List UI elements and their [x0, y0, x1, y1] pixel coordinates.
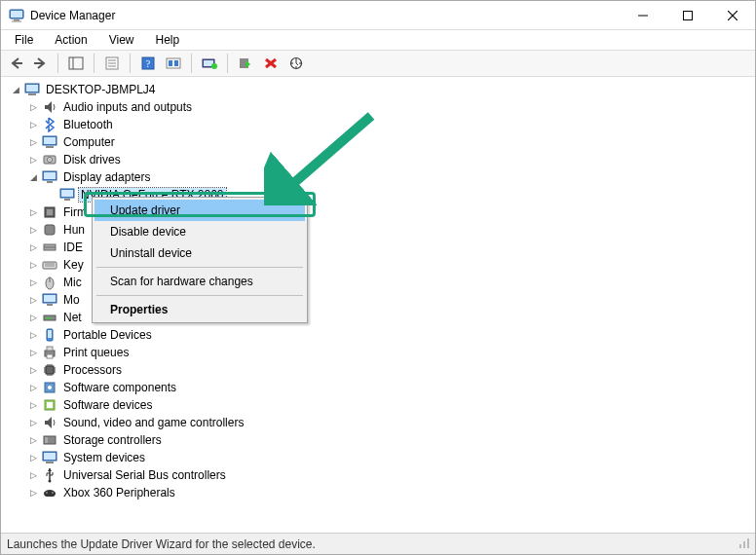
context-menu-scan[interactable]: Scan for hardware changes	[94, 271, 305, 292]
storage-icon	[42, 432, 57, 448]
tree-root-row[interactable]: ◢ DESKTOP-JBMPLJ4	[7, 81, 755, 98]
tree-category-row[interactable]: ▷Bluetooth	[24, 116, 755, 133]
uninstall-device-button[interactable]	[259, 53, 283, 74]
system-icon	[42, 450, 57, 465]
back-button[interactable]	[5, 53, 28, 74]
disk-icon	[42, 152, 57, 167]
svg-rect-20	[174, 60, 178, 66]
maximize-button[interactable]	[665, 1, 710, 30]
svg-rect-10	[69, 57, 83, 69]
svg-rect-64	[46, 366, 54, 374]
enable-device-button[interactable]	[234, 53, 257, 74]
svg-rect-68	[47, 402, 53, 408]
chevron-right-icon[interactable]: ▷	[26, 398, 40, 412]
svg-point-76	[52, 492, 54, 494]
context-menu-update-driver[interactable]: Update driver	[94, 200, 305, 221]
svg-rect-72	[44, 453, 56, 460]
tree-category-label: Hun	[61, 223, 87, 237]
forward-button[interactable]	[28, 53, 52, 74]
svg-point-66	[48, 386, 52, 389]
tree-category-label: Computer	[61, 135, 117, 149]
portable-icon	[42, 327, 57, 343]
show-hide-console-tree-button[interactable]	[64, 53, 88, 74]
context-menu-disable-device[interactable]: Disable device	[94, 221, 305, 242]
minimize-button[interactable]	[621, 1, 665, 30]
chevron-right-icon[interactable]: ▷	[26, 468, 40, 482]
network-icon	[42, 310, 57, 325]
svg-text:?: ?	[146, 58, 151, 69]
chevron-right-icon[interactable]: ▷	[26, 118, 40, 131]
svg-rect-62	[47, 347, 53, 351]
printer-icon	[42, 345, 57, 360]
tree-category-row[interactable]: ◢Display adapters	[24, 168, 755, 186]
tree-category-row[interactable]: ▷Portable Devices	[24, 326, 755, 344]
chevron-right-icon[interactable]: ▷	[26, 153, 40, 166]
tree-category-row[interactable]: ▷Computer	[24, 133, 755, 151]
svg-rect-73	[46, 462, 54, 463]
chevron-right-icon[interactable]: ▷	[26, 328, 40, 342]
tree-category-row[interactable]: ▷Universal Serial Bus controllers	[24, 466, 755, 484]
svg-rect-57	[46, 317, 48, 319]
tree-category-row[interactable]: ▷Processors	[24, 361, 755, 379]
menubar: File Action View Help	[1, 30, 755, 50]
close-button[interactable]	[710, 1, 755, 30]
svg-point-23	[211, 63, 217, 69]
chevron-right-icon[interactable]: ▷	[26, 451, 40, 464]
update-driver-toolbar-button[interactable]	[198, 53, 221, 74]
device-tree-area[interactable]: ◢ DESKTOP-JBMPLJ4 ▷Audio inputs and outp…	[1, 77, 755, 533]
display-icon	[42, 169, 57, 185]
chevron-right-icon[interactable]: ▷	[26, 240, 40, 254]
svg-point-36	[49, 159, 50, 160]
tree-category-row[interactable]: ▷Software components	[24, 379, 755, 396]
menu-action[interactable]: Action	[45, 32, 96, 48]
tree-category-label: Display adapters	[61, 170, 152, 184]
chevron-right-icon[interactable]: ▷	[26, 311, 40, 324]
chevron-right-icon[interactable]: ▷	[26, 258, 40, 272]
svg-rect-44	[47, 209, 53, 215]
tree-category-row[interactable]: ▷Print queues	[24, 344, 755, 361]
svg-rect-63	[47, 354, 53, 358]
chevron-right-icon[interactable]: ▷	[26, 223, 40, 237]
menu-file[interactable]: File	[5, 32, 43, 48]
tree-category-label: Disk drives	[61, 153, 123, 166]
chevron-right-icon[interactable]: ▷	[26, 205, 40, 219]
tree-category-row[interactable]: ▷Audio inputs and outputs	[24, 98, 755, 116]
chevron-right-icon[interactable]: ▷	[26, 135, 40, 149]
tree-category-label: IDE	[61, 240, 85, 254]
tree-category-label: Storage controllers	[61, 433, 164, 447]
chevron-right-icon[interactable]: ▷	[26, 416, 40, 429]
menu-help[interactable]: Help	[146, 32, 190, 48]
chevron-right-icon[interactable]: ▷	[26, 346, 40, 359]
tree-category-row[interactable]: ▷Software devices	[24, 396, 755, 414]
chevron-right-icon[interactable]: ▷	[26, 433, 40, 447]
tree-category-row[interactable]: ▷Sound, video and game controllers	[24, 414, 755, 431]
chevron-down-icon[interactable]: ◢	[26, 170, 40, 184]
scan-hardware-button[interactable]	[284, 53, 308, 74]
monitor-icon	[42, 292, 57, 308]
mouse-icon	[42, 275, 57, 290]
menu-view[interactable]: View	[99, 32, 144, 48]
action-toolbar-button[interactable]	[162, 53, 185, 74]
firmware-icon	[42, 204, 57, 220]
chevron-right-icon[interactable]: ▷	[26, 381, 40, 394]
chevron-right-icon[interactable]: ▷	[26, 486, 40, 500]
tree-category-label: Key	[61, 258, 86, 272]
tree-category-row[interactable]: ▷Xbox 360 Peripherals	[24, 484, 755, 501]
help-button[interactable]: ?	[136, 53, 160, 74]
tree-category-row[interactable]: ▷Storage controllers	[24, 431, 755, 449]
svg-point-74	[49, 480, 52, 483]
chevron-right-icon[interactable]: ▷	[26, 276, 40, 289]
softcomp-icon	[42, 380, 57, 395]
root-label: DESKTOP-JBMPLJ4	[44, 83, 157, 96]
tree-category-row[interactable]: ▷System devices	[24, 449, 755, 466]
tree-category-row[interactable]: ▷Disk drives	[24, 151, 755, 168]
chevron-down-icon[interactable]: ◢	[9, 83, 22, 96]
chevron-right-icon[interactable]: ▷	[26, 293, 40, 307]
resize-grip-icon[interactable]	[739, 538, 749, 550]
chevron-right-icon[interactable]: ▷	[26, 363, 40, 377]
context-menu-uninstall-device[interactable]: Uninstall device	[94, 242, 305, 264]
chevron-right-icon[interactable]: ▷	[26, 100, 40, 114]
usb-icon	[42, 467, 57, 483]
context-menu-properties[interactable]: Properties	[94, 299, 305, 320]
properties-button[interactable]	[100, 53, 124, 74]
